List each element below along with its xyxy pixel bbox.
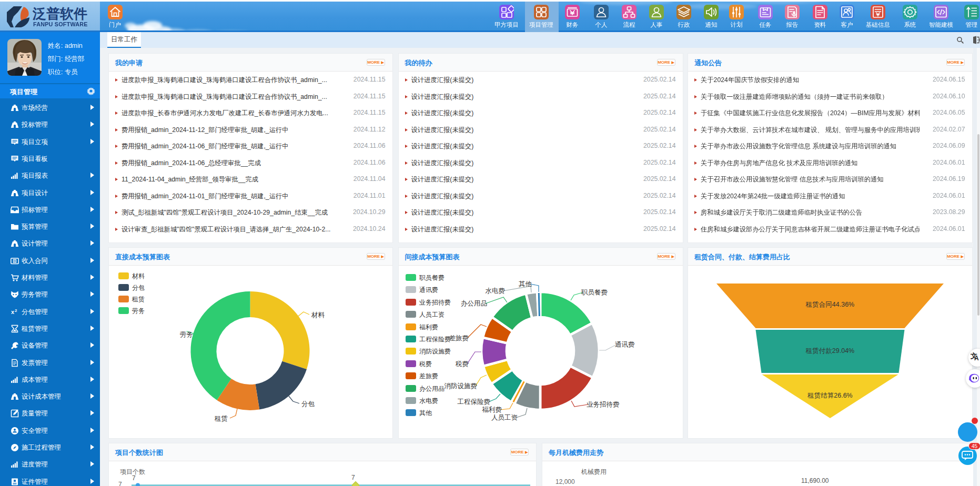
svg-text:职员餐费: 职员餐费 bbox=[581, 289, 608, 296]
svg-text:租赁: 租赁 bbox=[214, 415, 228, 422]
svg-text:分包: 分包 bbox=[301, 400, 315, 408]
svg-text:其他: 其他 bbox=[519, 280, 532, 288]
svg-text:租赁合同44.36%: 租赁合同44.36% bbox=[805, 301, 854, 308]
svg-text:水电费: 水电费 bbox=[486, 287, 506, 295]
svg-text:差旅费: 差旅费 bbox=[449, 335, 469, 342]
svg-text:人员工资: 人员工资 bbox=[491, 414, 518, 421]
svg-text:税费: 税费 bbox=[455, 360, 469, 368]
svg-text:租赁结算26.6%: 租赁结算26.6% bbox=[807, 392, 852, 399]
svg-text:劳务: 劳务 bbox=[180, 331, 193, 338]
svg-text:消防设施费: 消防设施费 bbox=[444, 382, 478, 390]
svg-text:材料: 材料 bbox=[311, 311, 325, 319]
svg-text:x: x bbox=[11, 309, 15, 315]
svg-text:办公用品: 办公用品 bbox=[461, 300, 487, 307]
svg-text:福利费: 福利费 bbox=[482, 406, 502, 413]
svg-text:业务招待费: 业务招待费 bbox=[587, 401, 620, 408]
svg-text:租赁付款29.04%: 租赁付款29.04% bbox=[805, 347, 854, 355]
svg-text:工程保险费: 工程保险费 bbox=[458, 398, 491, 406]
svg-text:通讯费: 通讯费 bbox=[615, 341, 635, 348]
svg-text:2: 2 bbox=[15, 308, 17, 313]
